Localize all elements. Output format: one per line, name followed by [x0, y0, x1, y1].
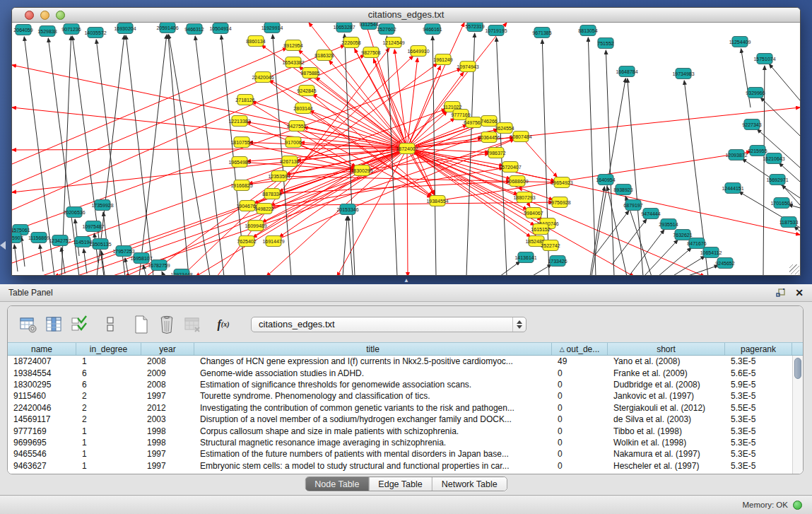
table-cell[interactable]: 19384554: [8, 368, 76, 378]
table-cell[interactable]: 9699695: [8, 438, 76, 448]
graph-node[interactable]: 1529838: [37, 26, 57, 37]
table-cell[interactable]: Nakamura et al. (1997): [608, 449, 725, 459]
graph-node[interactable]: 11254409: [729, 37, 751, 47]
graph-node[interactable]: 12342757: [49, 235, 71, 246]
column-header-name[interactable]: name: [8, 343, 76, 355]
graph-node[interactable]: 1187533: [779, 217, 799, 228]
table-row[interactable]: 969969511998Structural magnetic resonanc…: [8, 437, 803, 448]
graph-node[interactable]: 1615152: [531, 224, 550, 235]
graph-node[interactable]: 1733426: [548, 256, 567, 267]
graph-node[interactable]: 9245652: [715, 258, 734, 269]
table-row[interactable]: 977716911998Corpus callosum shape and si…: [8, 425, 803, 436]
column-header-out-degree[interactable]: △ out_de...: [552, 343, 608, 355]
graph-node[interactable]: 12213383: [228, 116, 250, 127]
table-cell[interactable]: 2009: [141, 368, 194, 378]
table-cell[interactable]: 9115460: [8, 391, 76, 401]
graph-node[interactable]: 2803144: [293, 103, 312, 114]
table-cell[interactable]: 2008: [141, 380, 194, 390]
graph-node[interactable]: 15720407: [499, 162, 521, 173]
graph-node[interactable]: 8813054: [578, 25, 597, 36]
graph-node[interactable]: 10974943: [457, 62, 478, 72]
graph-node[interactable]: 19654923: [551, 177, 572, 188]
table-cell[interactable]: Stergiakouli et al. (2012): [608, 403, 725, 413]
graph-node[interactable]: 9466312: [184, 24, 204, 35]
table-cell[interactable]: 0: [552, 391, 608, 401]
graph-node[interactable]: 9312544: [359, 23, 378, 30]
table-row[interactable]: 911546021997Tourette syndrome. Phenomeno…: [8, 390, 803, 402]
table-cell[interactable]: 9463627: [8, 461, 76, 471]
table-cell[interactable]: 5.9E-5: [725, 380, 792, 390]
table-cell[interactable]: Embryonic stem cells: a model to study s…: [194, 461, 552, 471]
table-cell[interactable]: 49: [552, 356, 608, 366]
graph-node[interactable]: 8215955: [748, 146, 767, 156]
graph-node[interactable]: 10688609: [506, 176, 528, 187]
graph-node[interactable]: 6879197: [623, 200, 642, 211]
graph-node[interactable]: 9474444: [641, 209, 660, 219]
row-height-icon[interactable]: [100, 314, 121, 335]
graph-node[interactable]: 16649910: [407, 46, 429, 57]
graph-edge[interactable]: [126, 35, 153, 275]
graph-edge[interactable]: [195, 36, 224, 275]
function-builder-icon[interactable]: f(x): [213, 314, 234, 335]
graph-node[interactable]: 16958107: [130, 253, 152, 264]
table-cell[interactable]: de Silva et al. (2003): [608, 414, 725, 424]
table-cell[interactable]: 5.3E-5: [725, 356, 792, 366]
table-cell[interactable]: 0: [552, 403, 608, 413]
graph-node[interactable]: 1527602: [377, 24, 396, 35]
table-cell[interactable]: 1: [76, 426, 141, 436]
graph-edge[interactable]: [348, 216, 353, 275]
table-cell[interactable]: 9465546: [8, 449, 76, 459]
graph-node[interactable]: 7632621: [673, 230, 692, 240]
graph-edge[interactable]: [521, 136, 557, 177]
graph-node[interactable]: 8427552: [287, 121, 306, 132]
table-cell[interactable]: Jankovic et al. (1997): [608, 391, 725, 401]
graph-node[interactable]: 18107554: [230, 137, 252, 148]
graph-node[interactable]: 15692971: [766, 175, 788, 185]
table-cell[interactable]: Dudbridge et al. (2008): [608, 380, 725, 390]
table-row[interactable]: 946554611997Estimation of the future num…: [8, 448, 803, 460]
close-window-button[interactable]: [25, 11, 34, 20]
graph-node[interactable]: 8912954: [283, 40, 302, 51]
graph-node[interactable]: 20364456: [478, 132, 500, 143]
graph-node[interactable]: 9227343: [742, 119, 761, 130]
graph-edge[interactable]: [407, 23, 507, 148]
graph-node[interactable]: 9875885: [300, 68, 319, 78]
graph-node[interactable]: 18724007: [396, 144, 418, 154]
graph-edge[interactable]: [143, 265, 146, 275]
graph-node[interactable]: 9329966: [746, 88, 765, 98]
table-cell[interactable]: 5.5E-5: [725, 403, 792, 413]
graph-node[interactable]: 1961249: [433, 54, 452, 65]
graph-node[interactable]: 10504914: [209, 23, 231, 34]
column-header-short[interactable]: short: [608, 343, 725, 355]
network-window-titlebar[interactable]: citations_edges.txt: [12, 8, 800, 23]
network-canvas[interactable]: 2064059152983890712361403557216930204205…: [12, 23, 800, 275]
table-cell[interactable]: 1998: [141, 426, 194, 436]
graph-node[interactable]: 19654985: [228, 157, 250, 168]
vertical-scrollbar[interactable]: [792, 356, 803, 474]
graph-node[interactable]: 16782759: [148, 260, 170, 271]
table-cell[interactable]: 1: [76, 461, 141, 471]
graph-node[interactable]: 15751074: [753, 54, 775, 64]
table-settings-icon[interactable]: [18, 314, 39, 335]
graph-node[interactable]: 18807293: [513, 192, 535, 203]
graph-edge[interactable]: [433, 36, 436, 275]
graph-node[interactable]: 12444151: [722, 183, 743, 194]
graph-node[interactable]: 9671385: [532, 28, 551, 38]
table-cell[interactable]: 5.3E-5: [725, 426, 792, 436]
table-cell[interactable]: 0: [552, 368, 608, 378]
memory-status-led[interactable]: [793, 501, 802, 510]
table-cell[interactable]: 1997: [141, 461, 194, 471]
graph-node[interactable]: 20591406: [156, 23, 178, 33]
graph-node[interactable]: 11156869: [28, 233, 49, 243]
graph-edge[interactable]: [437, 152, 751, 201]
table-cell[interactable]: Structural magnetic resonance image aver…: [194, 438, 552, 448]
graph-node[interactable]: 9827508: [361, 47, 380, 58]
side-panel-grip[interactable]: [0, 241, 6, 250]
graph-edge[interactable]: [40, 245, 43, 271]
graph-node[interactable]: 2935514: [659, 219, 678, 230]
table-cell[interactable]: 2012: [141, 403, 194, 413]
graph-node[interactable]: 3624554: [495, 123, 514, 134]
delete-table-icon[interactable]: [156, 314, 177, 335]
graph-edge[interactable]: [607, 187, 627, 275]
table-row[interactable]: 1456911722003Disruption of a novel membe…: [8, 414, 803, 425]
